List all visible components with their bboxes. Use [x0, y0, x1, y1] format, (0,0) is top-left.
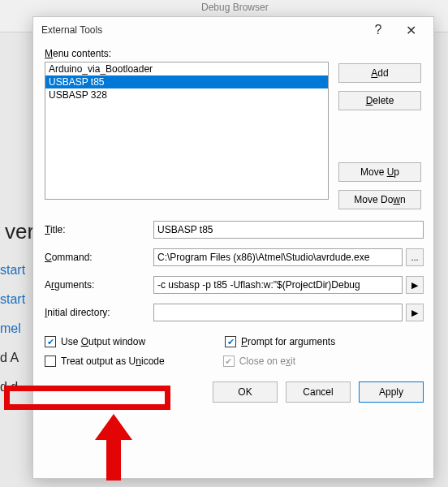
- initial-directory-label: Initial directory:: [45, 307, 150, 318]
- bg-link[interactable]: d A: [0, 351, 32, 365]
- bg-link[interactable]: mel: [0, 321, 32, 336]
- menu-contents-list[interactable]: Arduino_via_Bootloader USBASP t85 USBASP…: [45, 62, 329, 200]
- checkbox-icon: [45, 356, 56, 367]
- arrow-right-icon: ▶: [411, 308, 418, 318]
- browse-button[interactable]: ...: [406, 248, 424, 266]
- checkbox-label: Prompt for arguments: [241, 336, 335, 347]
- checkbox-icon: ✔: [223, 356, 235, 367]
- list-item[interactable]: USBASP 328: [45, 88, 328, 101]
- prompt-arguments-checkbox[interactable]: ✔ Prompt for arguments: [225, 336, 335, 347]
- bg-link[interactable]: start: [0, 263, 32, 278]
- close-icon: ✕: [406, 23, 416, 38]
- close-on-exit-checkbox: ✔ Close on exit: [223, 356, 295, 367]
- checkbox-label: Close on exit: [239, 356, 295, 367]
- arguments-input[interactable]: [153, 276, 403, 294]
- bg-link[interactable]: d d: [0, 380, 32, 394]
- arguments-menu-button[interactable]: ▶: [406, 276, 424, 294]
- help-button[interactable]: ?: [362, 19, 394, 41]
- command-label: Command:: [45, 252, 150, 263]
- checkbox-icon: ✔: [225, 336, 236, 347]
- move-down-button[interactable]: Move Down: [338, 190, 421, 209]
- use-output-window-checkbox[interactable]: ✔ Use Output window: [45, 336, 145, 347]
- bg-side-links: start start mel d A d d: [0, 211, 32, 409]
- arguments-label: Arguments:: [45, 279, 150, 291]
- checkbox-label: Use Output window: [61, 336, 145, 347]
- ribbon-tab: Debug Browser: [201, 2, 269, 13]
- delete-button[interactable]: Delete: [338, 91, 421, 110]
- checkbox-label: Treat output as Unicode: [61, 356, 165, 367]
- close-button[interactable]: ✕: [394, 19, 427, 41]
- command-input[interactable]: [153, 248, 403, 266]
- treat-unicode-checkbox[interactable]: Treat output as Unicode: [45, 356, 165, 367]
- help-icon: ?: [375, 23, 382, 37]
- move-up-button[interactable]: Move Up: [338, 162, 421, 182]
- add-button[interactable]: Add: [338, 63, 421, 83]
- title-input[interactable]: [153, 221, 424, 239]
- ellipsis-icon: ...: [411, 252, 418, 262]
- checkbox-icon: ✔: [45, 336, 56, 347]
- dialog-title: External Tools: [41, 24, 102, 36]
- titlebar: External Tools ? ✕: [33, 17, 433, 43]
- menu-contents-label: Menu contents:: [45, 48, 424, 59]
- apply-button[interactable]: Apply: [359, 381, 424, 403]
- ok-button[interactable]: OK: [213, 381, 278, 403]
- initialdir-menu-button[interactable]: ▶: [406, 304, 424, 321]
- list-item[interactable]: Arduino_via_Bootloader: [45, 62, 328, 75]
- cancel-button[interactable]: Cancel: [286, 381, 351, 403]
- title-label: Title:: [45, 224, 150, 235]
- bg-link[interactable]: start: [0, 292, 32, 307]
- initial-directory-input[interactable]: [153, 304, 403, 321]
- arrow-right-icon: ▶: [411, 280, 418, 291]
- list-item[interactable]: USBASP t85: [45, 75, 328, 88]
- external-tools-dialog: External Tools ? ✕ Menu contents: Arduin…: [32, 16, 434, 479]
